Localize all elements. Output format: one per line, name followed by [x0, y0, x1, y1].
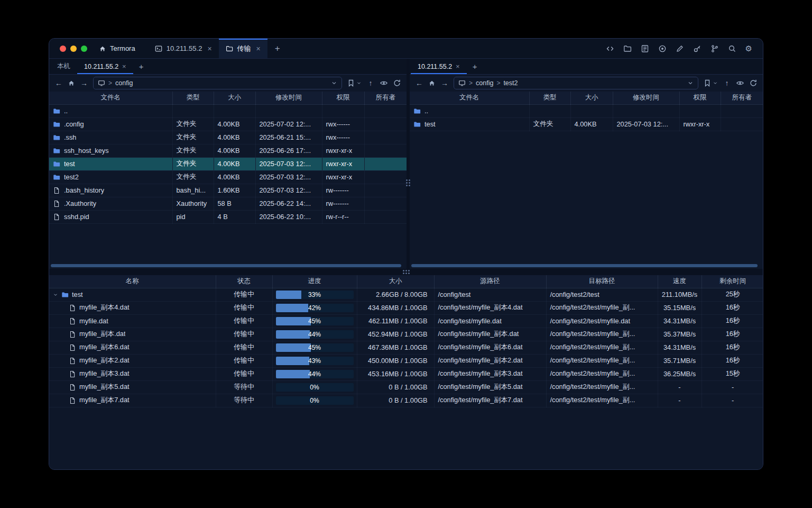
file-row[interactable]: .bash_history bash_hi... 1.60KB 2025-07-… — [49, 184, 407, 197]
file-row[interactable]: .config 文件夹 4.00KB 2025-07-02 12:... rwx… — [49, 117, 407, 131]
col-type[interactable]: 类型 — [529, 92, 570, 104]
file-row[interactable]: .. — [49, 104, 407, 117]
horizontal-splitter[interactable] — [49, 269, 763, 275]
tab-remote-10-211-55-2[interactable]: 10.211.55.2 × — [77, 59, 133, 74]
file-row[interactable]: test 文件夹 4.00KB 2025-07-03 12:... rwxr-x… — [410, 117, 763, 131]
splitter-grip[interactable] — [403, 270, 410, 274]
col-progress[interactable]: 进度 — [272, 275, 357, 288]
horizontal-scrollbar[interactable] — [50, 264, 405, 268]
search-icon[interactable] — [728, 44, 736, 53]
chevron-down-icon[interactable] — [713, 80, 718, 86]
file-row[interactable]: .. — [410, 104, 763, 117]
file-row[interactable]: sshd.pid pid 4 B 2025-06-22 10:... rw-r-… — [49, 210, 407, 223]
chevron-down-icon[interactable] — [331, 80, 337, 86]
minimize-window-button[interactable] — [70, 46, 77, 52]
show-hidden-eye-icon[interactable] — [380, 79, 388, 87]
show-hidden-eye-icon[interactable] — [736, 79, 744, 87]
col-target-path[interactable]: 目标路径 — [546, 275, 658, 288]
col-filename[interactable]: 文件名 — [49, 92, 172, 104]
refresh-icon[interactable] — [393, 79, 401, 87]
record-icon[interactable] — [658, 44, 667, 53]
folder-icon[interactable] — [623, 44, 632, 53]
tab-label: 传输 — [237, 44, 251, 53]
col-size[interactable]: 大小 — [357, 275, 434, 288]
close-tab-icon[interactable]: × — [456, 62, 460, 70]
key-icon[interactable] — [693, 44, 702, 53]
path-breadcrumb[interactable]: > config — [93, 77, 342, 89]
file-row[interactable]: .Xauthority Xauthority 58 B 2025-06-22 1… — [49, 197, 407, 210]
transfer-row[interactable]: myfile_副本.dat 传输中 44% 452.94MB / 1.00GB … — [49, 328, 763, 341]
scrollbar-thumb[interactable] — [51, 264, 401, 267]
transfer-row[interactable]: myfile_副本7.dat 等待中 0% 0 B / 1.00GB /conf… — [49, 394, 763, 407]
col-owner[interactable]: 所有者 — [721, 92, 763, 104]
col-type[interactable]: 类型 — [172, 92, 214, 104]
bookmark-icon[interactable] — [347, 79, 355, 87]
settings-icon[interactable]: ⚙ — [745, 44, 752, 52]
breadcrumb-segment[interactable]: test2 — [503, 79, 518, 87]
new-pane-tab-button[interactable]: + — [133, 59, 150, 74]
transfer-row[interactable]: myfile_副本2.dat 传输中 43% 450.00MB / 1.00GB… — [49, 354, 763, 367]
vertical-splitter[interactable] — [407, 59, 410, 269]
computer-icon — [98, 79, 105, 87]
back-button[interactable]: ← — [54, 79, 63, 87]
tab-session-10-211-55-2[interactable]: 10.211.55.2 × — [148, 39, 219, 58]
tab-local[interactable]: 本机 — [50, 59, 77, 74]
breadcrumb-segment[interactable]: config — [476, 79, 493, 87]
tab-transfer[interactable]: 传输 × — [219, 39, 267, 58]
col-modified[interactable]: 修改时间 — [613, 92, 679, 104]
maximize-window-button[interactable] — [81, 46, 87, 52]
file-row-selected[interactable]: test 文件夹 4.00KB 2025-07-03 12:... rwxr-x… — [49, 157, 407, 170]
edit-icon[interactable] — [676, 44, 684, 53]
chevron-down-icon[interactable] — [687, 80, 694, 86]
file-row[interactable]: test2 文件夹 4.00KB 2025-07-03 12:... rwxr-… — [49, 170, 407, 184]
close-tab-icon[interactable]: × — [122, 62, 126, 70]
chevron-down-icon[interactable] — [356, 80, 362, 86]
col-filename[interactable]: 文件名 — [410, 92, 529, 104]
transfer-row[interactable]: test 传输中 33% 2.66GB / 8.00GB /config/tes… — [49, 288, 763, 301]
code-icon[interactable] — [606, 44, 614, 53]
col-source-path[interactable]: 源路径 — [434, 275, 546, 288]
branch-icon[interactable] — [710, 44, 719, 53]
home-button[interactable] — [68, 79, 75, 87]
close-window-button[interactable] — [60, 46, 66, 52]
breadcrumb-segment[interactable]: config — [115, 79, 133, 87]
transfer-row[interactable]: myfile.dat 传输中 45% 462.11MB / 1.00GB /co… — [49, 314, 763, 328]
back-button[interactable]: ← — [415, 79, 423, 87]
expand-chevron-icon[interactable] — [53, 292, 58, 297]
transfer-row[interactable]: myfile_副本3.dat 传输中 44% 453.16MB / 1.00GB… — [49, 367, 763, 380]
tab-remote-10-211-55-2[interactable]: 10.211.55.2 × — [411, 59, 467, 74]
splitter-grip[interactable] — [406, 179, 410, 186]
transfer-row[interactable]: myfile_副本4.dat 传输中 42% 434.86MB / 1.00GB… — [49, 301, 763, 314]
close-tab-icon[interactable]: × — [256, 44, 261, 53]
horizontal-scrollbar[interactable] — [411, 264, 762, 268]
col-modified[interactable]: 修改时间 — [255, 92, 322, 104]
col-permissions[interactable]: 权限 — [679, 92, 721, 104]
col-speed[interactable]: 速度 — [658, 275, 702, 288]
parent-directory-button[interactable]: ↑ — [366, 79, 375, 87]
refresh-icon[interactable] — [749, 79, 758, 87]
col-owner[interactable]: 所有者 — [364, 92, 407, 104]
new-tab-button[interactable]: + — [267, 39, 288, 58]
col-size[interactable]: 大小 — [570, 92, 613, 104]
new-pane-tab-button[interactable]: + — [467, 59, 483, 74]
app-home-button[interactable]: Termora — [95, 39, 148, 58]
forward-button[interactable]: → — [80, 79, 88, 87]
col-name[interactable]: 名称 — [49, 275, 216, 288]
forward-button[interactable]: → — [440, 79, 449, 87]
close-tab-icon[interactable]: × — [207, 44, 211, 53]
transfer-row[interactable]: myfile_副本6.dat 传输中 45% 467.36MB / 1.00GB… — [49, 341, 763, 354]
col-permissions[interactable]: 权限 — [322, 92, 364, 104]
file-row[interactable]: ssh_host_keys 文件夹 4.00KB 2025-06-26 17:.… — [49, 144, 407, 157]
col-remaining[interactable]: 剩余时间 — [702, 275, 763, 288]
col-size[interactable]: 大小 — [214, 92, 255, 104]
bookmark-icon[interactable] — [703, 79, 712, 87]
progress-bar: 0% — [276, 396, 354, 405]
log-icon[interactable] — [641, 44, 649, 53]
transfer-row[interactable]: myfile_副本5.dat 等待中 0% 0 B / 1.00GB /conf… — [49, 380, 763, 394]
parent-directory-button[interactable]: ↑ — [723, 79, 731, 87]
home-button[interactable] — [428, 79, 436, 87]
col-status[interactable]: 状态 — [216, 275, 272, 288]
file-row[interactable]: .ssh 文件夹 4.00KB 2025-06-21 15:... rwx---… — [49, 131, 407, 144]
path-breadcrumb[interactable]: > config > test2 — [454, 77, 698, 89]
scrollbar-thumb[interactable] — [411, 264, 758, 267]
